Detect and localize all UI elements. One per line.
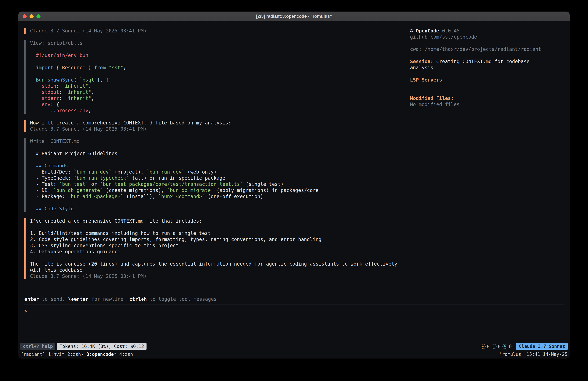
chat-line: import { Resource } from "sst";: [30, 65, 403, 71]
sidebar-line: cwd: /home/thdxr/dev/projects/radiant/ra…: [410, 46, 564, 52]
text-span: (project),: [112, 169, 147, 175]
prompt-input[interactable]: >: [24, 304, 564, 343]
chat-line: with this codebase.: [30, 267, 403, 273]
chat-line: stderr: "inherit",: [30, 95, 403, 101]
text-span: (web only): [185, 169, 216, 175]
text-span: #!/usr/bin/env bun: [36, 52, 88, 58]
text-span: (apply migrations) in packages/core: [214, 187, 318, 193]
hint-icon: h: [503, 344, 507, 349]
text-span: ;: [123, 65, 126, 70]
text-span: stdin: [42, 83, 56, 89]
text-span: # Radiant Project Guidelines: [30, 151, 117, 156]
text-span: Claude 3.7 Sonnet (14 May 2025 03:41 PM): [30, 273, 147, 279]
text-span: `bun run dev`: [74, 169, 112, 175]
text-span: [30, 95, 42, 101]
hint-segment: \+enter: [68, 296, 88, 302]
text-span: [30, 52, 36, 58]
main-row: Claude 3.7 Sonnet (14 May 2025 03:41 PM)…: [24, 28, 564, 296]
text-span: Creating CONTEXT.md for codebase: [433, 59, 530, 64]
text-span: The file is concise (20 lines) and captu…: [30, 261, 397, 267]
text-span: I've created a comprehensive CONTEXT.md …: [30, 218, 202, 224]
text-span: process: [56, 108, 77, 113]
chat-line: env: {: [30, 101, 403, 108]
text-span: "sst": [109, 65, 123, 70]
text-span: ## Code Style: [36, 206, 74, 211]
diagnostic-count-value: 0: [498, 344, 501, 349]
sidebar-line: Session: Creating CONTEXT.md for codebas…: [410, 58, 564, 65]
sidebar-line: © OpenCode 0.0.45: [410, 28, 564, 34]
text-span: Bun: [36, 77, 44, 83]
help-shortcut-badge[interactable]: ctrl+? help: [20, 343, 55, 350]
text-span: :: [56, 83, 62, 89]
chat-line: - Test: `bun test` or `bun test packages…: [30, 181, 403, 187]
terminal-window: [2/3] radiant:3:opencode - "romulus" Cla…: [18, 12, 570, 359]
text-span: ], {: [97, 77, 109, 83]
text-span: Modified Files:: [410, 95, 454, 101]
text-span: stderr: [42, 95, 59, 101]
text-span: (single test): [243, 181, 284, 187]
text-span: ,: [91, 89, 94, 95]
window-titlebar: [2/3] radiant:3:opencode - "romulus": [18, 12, 570, 21]
chat-line: I've created a comprehensive CONTEXT.md …: [30, 218, 403, 224]
tmux-window-3[interactable]: 3:opencode*: [86, 352, 116, 357]
chat-line: [30, 224, 403, 230]
assistant-message-block: Now I'll create a comprehensive CONTEXT.…: [24, 120, 403, 132]
text-span: or: [88, 181, 100, 187]
text-span: ([: [74, 77, 80, 83]
chat-line: Bun.spawnSync([`psql`], {: [30, 77, 403, 83]
text-span: Now I'll create a comprehensive CONTEXT.…: [30, 120, 231, 126]
text-span: :: [59, 95, 65, 101]
text-span: ,: [88, 83, 91, 89]
chat-line: View: script/db.ts: [30, 40, 403, 46]
chat-line: - TypeCheck: `bun run typecheck` (all) o…: [30, 175, 403, 181]
text-span: env: [42, 102, 50, 107]
prompt-caret-symbol: >: [24, 308, 27, 314]
chat-transcript[interactable]: Claude 3.7 Sonnet (14 May 2025 03:41 PM)…: [24, 28, 403, 296]
sidebar-line: github.com/sst/opencode: [410, 34, 564, 40]
text-span: 0.0.45: [439, 28, 460, 34]
text-span: "inherit": [65, 95, 91, 101]
chat-line: [30, 58, 403, 65]
text-span: with this codebase.: [30, 267, 85, 273]
diagnostics-counts: w0i0h0: [481, 343, 512, 350]
sidebar-line: [410, 52, 564, 58]
text-span: No modified files: [410, 102, 460, 107]
sidebar-line: [410, 89, 564, 95]
text-span: (one-off execution): [205, 194, 263, 199]
text-span: [106, 65, 109, 70]
text-span: [30, 102, 42, 107]
sidebar-line: [410, 83, 564, 89]
chat-line: Now I'll create a comprehensive CONTEXT.…: [30, 120, 403, 126]
chat-line: [30, 144, 403, 151]
text-span: Write: CONTEXT.md: [30, 138, 80, 144]
text-span: (all) or run in specific package: [129, 175, 225, 181]
text-span: [30, 83, 42, 89]
tmux-status-bar: [radiant]1:nvim2:zsh-3:opencode*4:zsh "r…: [18, 351, 570, 359]
text-span: }: [85, 65, 94, 70]
keybinding-hints: enter to send, \+enter for newline, ctrl…: [24, 296, 564, 302]
tmux-window-4[interactable]: 4:zsh: [119, 352, 133, 357]
tmux-window-1[interactable]: 1:nvim: [48, 352, 64, 357]
window-title: [2/3] radiant:3:opencode - "romulus": [18, 14, 570, 19]
tmux-window-2[interactable]: 2:zsh-: [67, 352, 84, 357]
text-span: ...: [30, 108, 56, 113]
text-span: `psql`: [80, 77, 97, 83]
hint-segment: to toggle tool messages: [147, 296, 217, 302]
tmux-window-list: [radiant]1:nvim2:zsh-3:opencode*4:zsh: [21, 352, 499, 357]
text-span: - DB:: [30, 187, 53, 193]
opencode-app: Claude 3.7 Sonnet (14 May 2025 03:41 PM)…: [18, 21, 570, 359]
text-span: ,: [91, 95, 94, 101]
chat-line: Write: CONTEXT.md: [30, 138, 403, 144]
text-span: `bun db generate`: [53, 187, 103, 193]
chat-line: The file is concise (20 lines) and captu…: [30, 261, 403, 267]
text-span: stdout: [42, 89, 59, 95]
text-span: spawnSync: [47, 77, 74, 83]
sidebar-line: [410, 71, 564, 77]
sidebar-line: No modified files: [410, 101, 564, 108]
chat-line: Claude 3.7 Sonnet (14 May 2025 03:41 PM): [30, 273, 403, 279]
assistant-summary-block: I've created a comprehensive CONTEXT.md …: [24, 218, 403, 279]
diagnostic-count-value: 0: [487, 344, 490, 349]
diagnostic-warning-count: w0: [481, 344, 490, 349]
sidebar-line: [410, 40, 564, 46]
text-span: - TypeCheck:: [30, 175, 74, 181]
